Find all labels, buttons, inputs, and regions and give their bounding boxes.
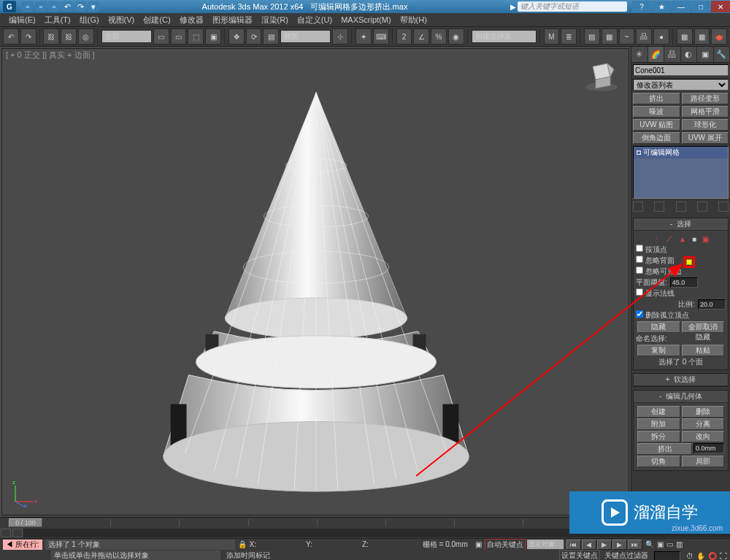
curve-editor-button[interactable]: ~ bbox=[619, 28, 635, 45]
viewport[interactable]: z x y bbox=[1, 48, 629, 515]
help-icon[interactable]: ? bbox=[632, 1, 651, 12]
menu-maxscript[interactable]: MAXScript(M) bbox=[337, 15, 395, 25]
detach-button[interactable]: 分离 bbox=[682, 418, 725, 430]
tab-display[interactable]: ▣ bbox=[697, 47, 714, 62]
menu-help[interactable]: 帮助(H) bbox=[396, 14, 431, 26]
preset-meshsmooth[interactable]: 网格平滑 bbox=[682, 106, 729, 118]
render-setup-button[interactable]: ▦ bbox=[677, 28, 693, 45]
stack-remove-icon[interactable] bbox=[697, 202, 707, 212]
menu-render[interactable]: 渲染(R) bbox=[257, 14, 293, 26]
menu-graph[interactable]: 图形编辑器 bbox=[208, 14, 257, 26]
minimize-button[interactable]: — bbox=[672, 1, 691, 12]
scale-spinner[interactable]: 20.0 bbox=[698, 299, 726, 310]
nav-zoomall-icon[interactable]: ▣ bbox=[657, 540, 664, 548]
maxscript-tab[interactable]: ◀ 所在行: bbox=[3, 540, 42, 550]
selection-filter[interactable]: 全部 bbox=[101, 30, 152, 43]
subobj-element-icon[interactable]: ▣ bbox=[702, 235, 709, 243]
help-search[interactable]: 键入关键字或短语 bbox=[518, 1, 627, 12]
ref-coord[interactable]: 视图 bbox=[280, 30, 331, 43]
nav-zoom-icon[interactable]: 🔍 bbox=[645, 540, 654, 548]
rollup-editgeo-header[interactable]: - 编辑几何体 bbox=[634, 391, 728, 403]
nav-fov-icon[interactable]: ▥ bbox=[676, 540, 683, 548]
subobj-poly-icon[interactable]: ■ bbox=[692, 235, 696, 243]
preset-pathdeform[interactable]: 路径变形 bbox=[682, 93, 729, 104]
chk-delete-iso[interactable]: 删除孤立顶点 bbox=[636, 310, 726, 321]
select-button[interactable]: ▭ bbox=[153, 28, 169, 45]
chk-by-vertex[interactable]: 按顶点 bbox=[636, 245, 726, 255]
nav-pan-icon[interactable]: ✋ bbox=[696, 552, 705, 560]
tab-hierarchy[interactable]: 品 bbox=[664, 47, 681, 62]
bevel-button[interactable]: 切角 bbox=[637, 456, 680, 467]
subobj-vertex-icon[interactable]: ⋮ bbox=[653, 235, 660, 243]
maximize-button[interactable]: □ bbox=[691, 1, 710, 12]
nav-region-icon[interactable]: ▭ bbox=[666, 540, 673, 548]
star-icon[interactable]: ★ bbox=[652, 1, 671, 12]
schematic-button[interactable]: 品 bbox=[636, 28, 652, 45]
menu-create[interactable]: 创建(C) bbox=[139, 14, 174, 26]
qat-undo-icon[interactable]: ↶ bbox=[61, 1, 73, 12]
snap-percent-button[interactable]: % bbox=[431, 28, 447, 45]
scale-button[interactable]: ▤ bbox=[263, 28, 279, 45]
chk-show-normals[interactable]: 显示法线 bbox=[636, 288, 726, 299]
app-logo[interactable]: G bbox=[3, 1, 16, 12]
copy-button[interactable]: 复制 bbox=[637, 345, 680, 356]
graphite-button[interactable]: ▦ bbox=[602, 28, 618, 45]
undo-button[interactable]: ↶ bbox=[3, 28, 19, 45]
pivot-button[interactable]: ⊹ bbox=[332, 28, 348, 45]
chk-ignore-back[interactable]: 忽略背面 bbox=[636, 256, 726, 266]
autokey-button[interactable]: 自动关键点 bbox=[485, 539, 526, 551]
modifier-stack[interactable]: ◘ 可编辑网格 bbox=[633, 146, 729, 199]
object-name-field[interactable] bbox=[633, 64, 729, 76]
paste-button[interactable]: 粘贴 bbox=[682, 345, 725, 356]
tab-modify[interactable]: 🌈 bbox=[648, 47, 665, 62]
unlink-button[interactable]: ⛓ bbox=[61, 28, 77, 45]
prev-frame-button[interactable]: ◀ bbox=[582, 540, 596, 550]
link-button[interactable]: ⛓ bbox=[43, 28, 59, 45]
snap-2d-button[interactable]: 2 bbox=[396, 28, 412, 45]
tab-motion[interactable]: ◐ bbox=[681, 47, 698, 62]
trackbar-key-icon[interactable] bbox=[12, 529, 23, 537]
viewcube[interactable] bbox=[583, 56, 620, 93]
tab-create[interactable]: ✳ bbox=[631, 47, 648, 62]
extrude-spinner[interactable]: 0.0mm bbox=[694, 443, 724, 453]
time-config-icon[interactable]: ⏱ bbox=[686, 552, 694, 560]
rect-region-button[interactable]: ⬚ bbox=[188, 28, 204, 45]
render-button[interactable]: 🫖 bbox=[711, 28, 727, 45]
menu-view[interactable]: 视图(V) bbox=[104, 14, 139, 26]
addtime-label[interactable]: 添加时间标记 bbox=[226, 551, 270, 560]
rollup-softsel-header[interactable]: + 软选择 bbox=[634, 374, 728, 386]
qat-save-icon[interactable]: ▫ bbox=[48, 1, 60, 12]
select-name-button[interactable]: ▭ bbox=[171, 28, 187, 45]
viewport-label[interactable]: [ + 0 正交 ][ 真实 + 边面 ] bbox=[6, 50, 95, 61]
menu-tools[interactable]: 工具(T) bbox=[40, 14, 75, 26]
trackbar-toggle-icon[interactable] bbox=[1, 529, 11, 537]
redo-button[interactable]: ↷ bbox=[20, 28, 36, 45]
outline-button[interactable]: 局部 bbox=[682, 456, 725, 467]
goto-start-button[interactable]: ⏮ bbox=[566, 540, 581, 550]
mirror-button[interactable]: M bbox=[544, 28, 560, 45]
rfw-button[interactable]: ▦ bbox=[694, 28, 710, 45]
rotate-button[interactable]: ⟳ bbox=[246, 28, 262, 45]
subobj-edge-icon[interactable]: ／ bbox=[666, 234, 673, 244]
create-button[interactable]: 创建 bbox=[637, 406, 680, 418]
unhide-button[interactable]: 全部取消隐藏 bbox=[682, 321, 725, 333]
qat-redo-icon[interactable]: ↷ bbox=[74, 1, 86, 12]
layer-button[interactable]: ▤ bbox=[584, 28, 600, 45]
nav-orbit-icon[interactable]: ⭕ bbox=[708, 552, 717, 560]
stack-show-icon[interactable] bbox=[654, 202, 664, 212]
turn-button[interactable]: 改向 bbox=[682, 431, 725, 442]
preset-spherify[interactable]: 球形化 bbox=[682, 119, 729, 131]
next-frame-button[interactable]: ▶ bbox=[612, 540, 627, 550]
setkey-button[interactable]: 设置关键点 bbox=[559, 550, 600, 560]
time-slider[interactable]: 0 / 100 bbox=[9, 518, 42, 527]
break-button[interactable]: 拆分 bbox=[637, 431, 680, 442]
keyfilter-button[interactable]: 关键点过滤器 bbox=[604, 551, 648, 560]
hide-button[interactable]: 隐藏 bbox=[637, 321, 680, 333]
frame-field[interactable] bbox=[654, 551, 680, 561]
preset-uvwmap[interactable]: UVW 贴图 bbox=[633, 119, 680, 131]
move-button[interactable]: ✥ bbox=[228, 28, 245, 45]
chk-ignore-vis[interactable]: 忽略可见边 bbox=[636, 266, 726, 277]
align-button[interactable]: ≣ bbox=[561, 28, 577, 45]
attach-button[interactable]: 附加 bbox=[637, 418, 680, 430]
bind-button[interactable]: ◎ bbox=[78, 28, 94, 45]
